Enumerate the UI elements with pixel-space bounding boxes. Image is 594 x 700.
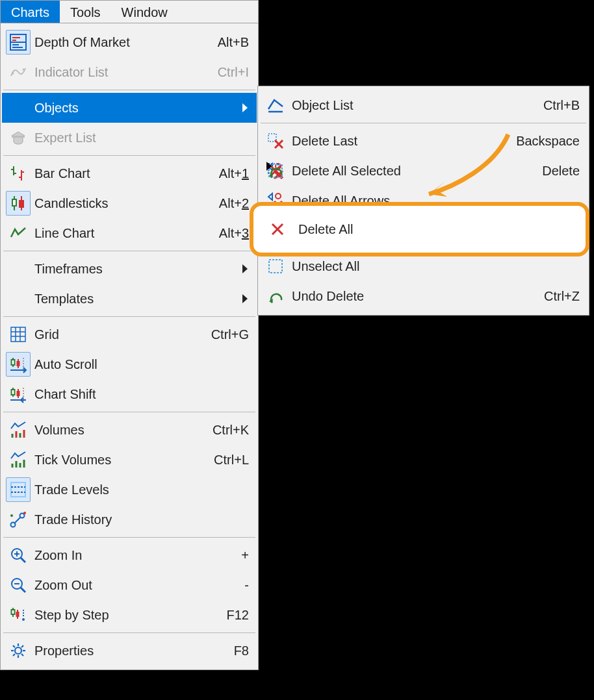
menu-item-label: Depth Of Market <box>34 35 207 50</box>
blank-icon <box>6 95 31 120</box>
menu-item-shortcut: - <box>238 578 249 593</box>
zoom-out-icon <box>6 573 31 597</box>
menu-item-timeframes[interactable]: Timeframes <box>2 254 257 284</box>
menu-item-label: Auto Scroll <box>34 357 249 372</box>
menu-item-label: Chart Shift <box>34 387 249 402</box>
menu-item-label: Undo Delete <box>292 289 534 304</box>
menu-item-label: Object List <box>292 98 533 113</box>
menu-item-line-chart[interactable]: Line ChartAlt+3 <box>2 218 257 248</box>
menu-item-label: Timeframes <box>34 262 239 277</box>
menu-item-shortcut: Delete <box>536 164 580 179</box>
callout-arrow <box>409 128 513 206</box>
menu-separator <box>3 412 255 412</box>
menu-item-candlesticks[interactable]: CandlesticksAlt+2 <box>2 188 257 218</box>
blank-icon <box>6 286 31 311</box>
menu-item-label: Indicator List <box>34 65 207 80</box>
menu-item-indicator-list: Indicator ListCtrl+I <box>2 57 257 87</box>
menu-item-depth-of-market[interactable]: Depth Of MarketAlt+B <box>2 27 257 57</box>
menu-item-shortcut: Ctrl+Z <box>537 289 580 304</box>
properties-icon <box>6 638 31 663</box>
menu-item-shortcut: Ctrl+I <box>211 65 249 80</box>
object-list-icon <box>263 93 288 118</box>
menu-separator <box>3 537 255 538</box>
menu-item-templates[interactable]: Templates <box>2 284 257 314</box>
menu-tab-window[interactable]: Window <box>111 1 178 23</box>
menu-item-bar-chart[interactable]: Bar ChartAlt+1 <box>2 158 257 188</box>
menu-item-label: Objects <box>34 101 239 116</box>
unselect-all-icon <box>263 254 288 279</box>
candlesticks-icon <box>6 191 31 216</box>
menu-item-shortcut: Ctrl+B <box>537 98 580 113</box>
menu-item-objects[interactable]: Objects <box>2 93 257 123</box>
menu-item-shortcut: Ctrl+L <box>207 453 249 468</box>
menu-item-label: Line Chart <box>34 226 209 241</box>
menu-item-label: Grid <box>34 327 201 342</box>
indicator-list-icon <box>6 60 31 84</box>
menu-item-shortcut: Alt+3 <box>213 226 249 241</box>
tick-volumes-icon <box>6 447 31 472</box>
menu-separator <box>3 90 255 90</box>
menu-item-shortcut: Alt+2 <box>213 196 249 211</box>
menu-item-shortcut: Ctrl+G <box>205 327 249 342</box>
menu-item-step-by-step[interactable]: Step by StepF12 <box>2 600 257 630</box>
menu-separator <box>3 316 255 317</box>
menu-item-label: Candlesticks <box>34 196 209 211</box>
menu-item-label: Properties <box>34 644 224 658</box>
menu-item-label: Volumes <box>34 423 202 438</box>
menu-item-undo-delete[interactable]: Undo DeleteCtrl+Z <box>259 281 588 311</box>
menu-tab-tools[interactable]: Tools <box>60 1 111 23</box>
blank-icon <box>6 256 31 281</box>
menu-item-trade-history[interactable]: Trade History <box>2 505 257 534</box>
menubar: Charts Tools Window <box>0 0 259 23</box>
trade-history-icon <box>6 507 31 532</box>
grid-icon <box>6 322 31 347</box>
menu-item-label: Templates <box>34 292 239 306</box>
menu-item-label: Bar Chart <box>34 166 209 181</box>
menu-item-zoom-in[interactable]: Zoom In+ <box>2 540 257 570</box>
menu-item-zoom-out[interactable]: Zoom Out- <box>2 570 257 600</box>
undo-delete-icon <box>263 284 288 308</box>
menu-item-shortcut: + <box>235 548 249 563</box>
menu-separator <box>3 632 255 633</box>
volumes-icon <box>6 418 31 442</box>
menu-item-shortcut: Alt+1 <box>213 166 249 181</box>
menu-item-label: Expert List <box>34 131 249 145</box>
menu-item-auto-scroll[interactable]: Auto Scroll <box>2 349 257 379</box>
delete-selected-icon <box>263 158 288 183</box>
submenu-arrow-icon <box>242 294 249 303</box>
menu-tab-charts[interactable]: Charts <box>1 1 60 23</box>
auto-scroll-icon <box>6 352 31 377</box>
menu-item-trade-levels[interactable]: Trade Levels <box>2 475 257 505</box>
menu-item-shortcut: Alt+B <box>211 35 249 50</box>
menu-item-tick-volumes[interactable]: Tick VolumesCtrl+L <box>2 445 257 475</box>
menu-item-label: Step by Step <box>34 608 216 623</box>
trade-levels-icon <box>6 477 31 502</box>
menu-item-label: Tick Volumes <box>34 453 203 468</box>
menu-item-object-list[interactable]: Object ListCtrl+B <box>259 90 588 120</box>
chart-shift-icon <box>6 382 31 406</box>
menu-separator <box>3 155 255 156</box>
zoom-in-icon <box>6 543 31 568</box>
menu-item-shortcut: F8 <box>227 644 249 658</box>
expert-list-icon <box>6 125 31 150</box>
menu-separator <box>261 123 586 123</box>
line-chart-icon <box>6 221 31 245</box>
menu-item-label: Trade Levels <box>34 482 249 497</box>
bar-chart-icon <box>6 161 31 186</box>
menu-item-shortcut: Backspace <box>510 134 580 149</box>
menu-item-properties[interactable]: PropertiesF8 <box>2 636 257 666</box>
step-by-step-icon <box>6 603 31 627</box>
callout-highlight: Delete All <box>250 202 589 256</box>
menu-item-chart-shift[interactable]: Chart Shift <box>2 379 257 409</box>
menu-item-label: Trade History <box>34 512 249 527</box>
callout-label: Delete All <box>292 222 354 237</box>
delete-last-icon <box>263 129 288 153</box>
menu-item-expert-list: Expert List <box>2 123 257 153</box>
menu-separator <box>3 251 255 251</box>
menu-item-grid[interactable]: GridCtrl+G <box>2 319 257 349</box>
menu-item-volumes[interactable]: VolumesCtrl+K <box>2 415 257 445</box>
menu-item-label: Unselect All <box>292 259 580 274</box>
menu-item-shortcut: Ctrl+K <box>206 423 249 438</box>
menu-item-shortcut: F12 <box>220 608 249 623</box>
delete-all-icon <box>265 217 290 242</box>
